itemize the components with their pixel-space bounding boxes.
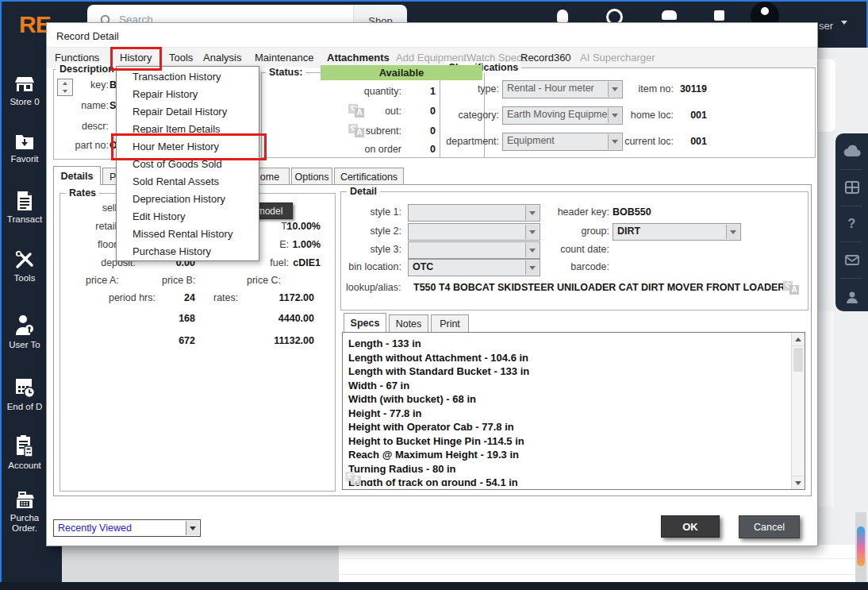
sidebar-item-purchase-orders[interactable]: Purcha Order. xyxy=(0,491,49,534)
out-label: out: xyxy=(325,106,401,117)
style3-select[interactable] xyxy=(408,241,540,259)
style1-select[interactable] xyxy=(408,204,540,222)
sidebar-item-store[interactable]: Store 0 xyxy=(0,75,49,107)
sidebar-item-tools[interactable]: Tools xyxy=(0,249,49,283)
department-label: department: xyxy=(420,136,499,147)
menu-item-repair-detail-history[interactable]: Repair Detail History xyxy=(117,103,259,121)
status-badge: Available xyxy=(321,65,482,80)
tab-print[interactable]: Print xyxy=(431,314,469,332)
user-menu-label[interactable]: ser xyxy=(819,20,833,32)
header-key-value: BOB550 xyxy=(613,206,651,218)
menu-item-sold-rental-assets[interactable]: Sold Rental Assets xyxy=(117,173,259,191)
side-panel-edge xyxy=(818,59,835,132)
status-legend: Status: xyxy=(266,67,305,78)
tab-certifications[interactable]: Certifications xyxy=(334,168,404,185)
store-icon xyxy=(14,83,35,96)
spec-line: Height - 77.8 in xyxy=(348,407,787,421)
spec-line: Width (with bucket) - 68 in xyxy=(348,392,787,407)
rate-value: 1172.00 xyxy=(245,292,314,303)
subrent-label: subrent: xyxy=(325,125,401,137)
row-divider xyxy=(339,558,855,559)
spec-line: Reach @ Maximum Height - 19.3 in xyxy=(348,448,787,462)
group-label: group: xyxy=(531,226,609,237)
menu-item-missed-rental-history[interactable]: Missed Rental History xyxy=(117,226,259,243)
chevron-down-icon[interactable] xyxy=(841,25,847,39)
cancel-button[interactable]: Cancel xyxy=(739,515,800,538)
menu-ai-supercharger[interactable]: AI Supercharger xyxy=(580,52,655,64)
current-loc-value: 001 xyxy=(650,136,707,147)
tab-specs[interactable]: Specs xyxy=(344,313,386,332)
menu-attachments[interactable]: Attachments xyxy=(327,52,390,64)
gradient-launcher[interactable] xyxy=(857,526,865,566)
menu-record360[interactable]: Record360 xyxy=(520,52,571,64)
favorites-folder-icon xyxy=(15,140,34,153)
tab-options[interactable]: Options xyxy=(291,168,332,185)
chevron-down-icon[interactable] xyxy=(186,521,199,535)
mail-icon[interactable] xyxy=(835,242,868,278)
style2-select[interactable] xyxy=(408,223,540,241)
key-label: key: xyxy=(63,79,109,91)
app-window: RE Search Shop ser Store 0 Favorit Trans… xyxy=(0,0,868,590)
period-hrs-value-3: 672 xyxy=(142,335,195,346)
quantity-label: quantity: xyxy=(325,86,401,97)
bin-location-select[interactable]: OTC xyxy=(408,259,540,276)
recently-viewed-combo[interactable]: Recently Viewed xyxy=(53,519,201,537)
help-icon[interactable]: ? xyxy=(835,206,868,242)
sidebar-item-end-of-day[interactable]: End of D xyxy=(0,376,49,412)
spec-line: Length without Attachment - 104.6 in xyxy=(348,351,787,365)
price-c-label: price C: xyxy=(247,275,281,286)
group-select[interactable]: DIRT xyxy=(613,223,741,241)
home-loc-value: 001 xyxy=(650,110,707,121)
rates-label: rates: xyxy=(213,292,238,303)
menu-analysis[interactable]: Analysis xyxy=(203,52,241,64)
sync-icon[interactable] xyxy=(662,10,677,20)
barcode-label: barcode: xyxy=(531,261,609,272)
background-dark-gap xyxy=(49,545,62,582)
scroll-up-button[interactable] xyxy=(792,333,805,346)
menu-tools[interactable]: Tools xyxy=(169,52,193,64)
menu-item-edit-history[interactable]: Edit History xyxy=(117,208,259,226)
bin-location-label: bin location: xyxy=(332,261,401,272)
menu-maintenance[interactable]: Maintenance xyxy=(255,52,313,64)
document-icon xyxy=(16,200,33,214)
ok-button[interactable]: OK xyxy=(661,515,720,538)
scroll-down-button[interactable] xyxy=(792,476,805,489)
sidebar-item-accounting[interactable]: Account xyxy=(0,435,49,471)
bell-icon[interactable] xyxy=(557,10,568,22)
menu-item-purchase-history[interactable]: Purchase History xyxy=(117,243,259,260)
sidebar-item-user-tools[interactable]: User To xyxy=(0,314,49,350)
cloud-icon[interactable] xyxy=(835,133,868,169)
translate-icon[interactable]: A xyxy=(344,469,362,490)
grid-icon[interactable] xyxy=(835,170,868,206)
box-icon[interactable] xyxy=(714,10,724,21)
spec-line: Height to Bucket Hinge Pin -114.5 in xyxy=(348,434,787,449)
fuel-value: cDIE1 xyxy=(285,257,321,268)
rates-legend: Rates xyxy=(66,187,99,199)
specs-scrollbar[interactable] xyxy=(791,333,805,489)
menu-functions[interactable]: Functions xyxy=(55,52,99,64)
history-menu-highlight xyxy=(110,47,162,71)
spec-line: Length of track on ground - 54.1 in xyxy=(348,476,787,486)
sidebar-item-transactions[interactable]: Transact xyxy=(0,191,49,225)
style3-label: style 3: xyxy=(348,244,401,255)
price-b-label: price B: xyxy=(162,275,195,286)
e-rate-value: 1.00% xyxy=(285,239,321,250)
description-legend: Description xyxy=(56,64,117,75)
chevron-down-icon[interactable] xyxy=(726,225,739,239)
menu-item-repair-history[interactable]: Repair History xyxy=(117,86,259,103)
sidebar-item-favorites[interactable]: Favorit xyxy=(0,133,49,164)
hour-meter-highlight xyxy=(111,133,267,160)
tab-details[interactable]: Details xyxy=(53,166,101,185)
background-panel-white xyxy=(339,545,855,582)
scroll-thumb[interactable] xyxy=(793,348,803,372)
category-label: category: xyxy=(420,110,499,121)
menu-item-depreciation-history[interactable]: Depreciation History xyxy=(117,191,259,208)
specs-listbox[interactable]: Length - 133 in Length without Attachmen… xyxy=(342,332,805,490)
spec-line: Turning Radius - 80 in xyxy=(348,462,787,476)
menu-item-transaction-history[interactable]: Transaction History xyxy=(117,68,259,86)
tools-icon xyxy=(14,259,35,272)
tab-notes[interactable]: Notes xyxy=(389,314,428,332)
rate-value-3: 11132.00 xyxy=(245,335,314,346)
translate-icon[interactable]: A xyxy=(782,279,800,299)
user-icon[interactable] xyxy=(835,279,868,314)
